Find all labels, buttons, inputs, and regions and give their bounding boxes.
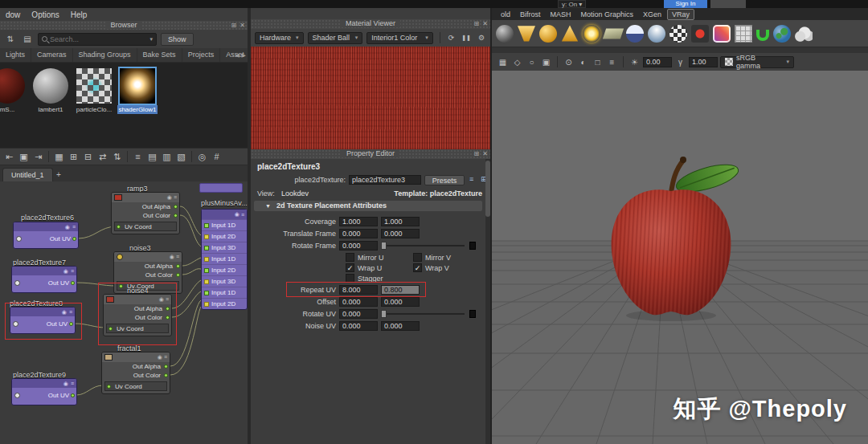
snap-curve-icon[interactable]: ◇ bbox=[511, 56, 523, 68]
close-panel-icon[interactable]: ✕ bbox=[482, 149, 488, 158]
pin-selection-icon[interactable]: ≡ bbox=[131, 150, 145, 164]
shaded-sphere-icon[interactable] bbox=[496, 25, 514, 43]
input-output-connections-icon[interactable]: ⇅ bbox=[110, 150, 124, 164]
node-output-port[interactable] bbox=[174, 214, 178, 218]
noise-v-field[interactable] bbox=[381, 321, 420, 331]
section-2d-texture-placement[interactable]: ▼ 2d Texture Placement Attributes bbox=[254, 201, 482, 211]
menu-motion-graphics[interactable]: Motion Graphics bbox=[577, 10, 638, 19]
viewport-3d[interactable]: 知乎 @Thepoly bbox=[492, 71, 868, 444]
node-fractal1[interactable]: ◉ ≡ Out Alpha Out Color Uv Coord bbox=[101, 352, 170, 394]
node-ramp3[interactable]: ◉ ≡ Out Alpha Out Color Uv Coord bbox=[111, 192, 180, 234]
exposure-icon[interactable]: ☀ bbox=[628, 56, 641, 68]
mirror-v-checkbox[interactable] bbox=[413, 253, 422, 262]
menu-help[interactable]: Help bbox=[65, 10, 93, 19]
funnel-icon[interactable] bbox=[518, 25, 535, 43]
menu-bifrost[interactable]: Bifrost bbox=[516, 10, 545, 19]
offset-u-field[interactable] bbox=[339, 297, 378, 307]
node-place2dtexture9[interactable]: ◉≡ Out UV bbox=[11, 378, 77, 405]
rearrange-graph-icon[interactable]: ⇤ bbox=[2, 150, 16, 164]
node-output-port[interactable] bbox=[71, 281, 75, 285]
photo-icon[interactable] bbox=[713, 25, 731, 43]
texture-preview[interactable] bbox=[251, 47, 490, 149]
search-filter-dropdown-icon[interactable]: ▾ bbox=[146, 36, 156, 43]
mirror-u-checkbox[interactable] bbox=[346, 253, 354, 262]
menu-xgen[interactable]: XGen bbox=[639, 10, 665, 19]
cloud-icon[interactable] bbox=[795, 25, 813, 43]
magnet-icon[interactable] bbox=[756, 30, 769, 41]
menu-mash[interactable]: MASH bbox=[547, 10, 575, 19]
scroll-tabs-right-icon[interactable]: ▶ bbox=[242, 52, 246, 59]
node-graph-canvas[interactable]: place2dTexture6 ◉≡ Out UV ramp3 ◉ ≡ Out … bbox=[0, 181, 248, 444]
node-input-port[interactable] bbox=[204, 223, 209, 228]
frame-graph-icon[interactable]: ⇥ bbox=[31, 150, 45, 164]
tab-bake-sets[interactable]: Bake Sets bbox=[137, 48, 182, 62]
rotate-frame-field[interactable] bbox=[339, 241, 378, 251]
add-graph-tab-button[interactable]: + bbox=[53, 169, 64, 181]
disc-icon[interactable] bbox=[626, 25, 644, 43]
node-input-port[interactable] bbox=[14, 393, 20, 398]
sun-icon[interactable] bbox=[583, 25, 600, 43]
attributes-menu-icon[interactable]: ≡ bbox=[469, 175, 473, 183]
close-panel-icon[interactable]: ✕ bbox=[482, 19, 488, 28]
align-left-icon[interactable]: ▤ bbox=[145, 150, 159, 164]
geometry-dropdown[interactable]: Shader Ball▾ bbox=[308, 32, 363, 44]
material-swatch[interactable]: lambert1 bbox=[31, 68, 71, 114]
refresh-icon[interactable]: ⟳ bbox=[447, 34, 457, 42]
exposure-field[interactable] bbox=[643, 57, 672, 67]
distribute-icon[interactable]: ▧ bbox=[174, 150, 188, 164]
slider-ramp-box[interactable] bbox=[469, 310, 476, 318]
window-tab[interactable] bbox=[710, 0, 746, 8]
rotate-uv-slider[interactable] bbox=[381, 310, 465, 318]
snap-plane-icon[interactable]: ▣ bbox=[540, 56, 552, 68]
snap-grid-icon[interactable]: ▦ bbox=[497, 56, 509, 68]
translate-frame-v-field[interactable] bbox=[381, 229, 420, 238]
search-box[interactable]: ▾ bbox=[38, 33, 157, 46]
node-input-port[interactable] bbox=[204, 268, 209, 273]
menu-options[interactable]: Options bbox=[26, 10, 64, 19]
node-input-port[interactable] bbox=[204, 302, 209, 307]
environment-dropdown[interactable]: Interior1 Color▾ bbox=[366, 32, 433, 44]
translate-frame-u-field[interactable] bbox=[339, 229, 378, 238]
node-state-icon[interactable]: ◉ bbox=[65, 224, 70, 230]
plane-icon[interactable] bbox=[603, 28, 624, 39]
node-menu-icon[interactable]: ≡ bbox=[72, 224, 76, 230]
float-panel-icon[interactable]: ⊞ bbox=[231, 21, 237, 30]
material-viewer-titlebar[interactable]: Material Viewer ⊞ ✕ bbox=[251, 19, 490, 29]
node-input-port[interactable] bbox=[204, 291, 209, 295]
cone-icon[interactable] bbox=[561, 25, 579, 43]
sign-in-button[interactable]: Sign In bbox=[664, 0, 707, 8]
node-input-port[interactable] bbox=[204, 234, 209, 239]
material-swatch-well[interactable]: mS... lambert1 particleClo... shaderGlow… bbox=[0, 63, 248, 148]
material-swatch[interactable]: particleClo... bbox=[74, 68, 114, 114]
gamma-field[interactable] bbox=[689, 57, 718, 67]
show-button[interactable]: Show bbox=[161, 33, 194, 46]
renderer-dropdown[interactable]: Hardware▾ bbox=[255, 32, 304, 44]
tab-shading-groups[interactable]: Shading Groups bbox=[73, 48, 137, 62]
property-editor-titlebar[interactable]: Property Editor ⊞ ✕ bbox=[251, 149, 490, 159]
node-output-port[interactable] bbox=[72, 237, 76, 241]
node-input-port[interactable] bbox=[204, 246, 209, 251]
sort-icon[interactable]: ⇅ bbox=[4, 33, 17, 46]
snap-point-icon[interactable]: ○ bbox=[526, 56, 538, 68]
node-input-port[interactable] bbox=[14, 280, 20, 286]
remove-selected-icon[interactable]: ⊟ bbox=[81, 150, 95, 164]
node-input-port[interactable] bbox=[204, 257, 209, 262]
wrap-v-checkbox[interactable]: ✓ bbox=[413, 263, 422, 272]
view-transform-dropdown[interactable]: sRGB gamma ▾ bbox=[720, 56, 794, 68]
offset-v-field[interactable] bbox=[381, 297, 420, 307]
wrap-u-checkbox[interactable]: ✓ bbox=[346, 263, 354, 272]
node-output-port[interactable] bbox=[176, 273, 180, 277]
toggle-snap-icon[interactable]: # bbox=[210, 150, 223, 164]
node-name-field[interactable] bbox=[349, 175, 421, 185]
slider-ramp-box[interactable] bbox=[469, 242, 476, 250]
node-input-port[interactable] bbox=[107, 385, 111, 389]
scroll-tabs-left-icon[interactable]: ◀ bbox=[235, 52, 239, 59]
spreadsheet-icon[interactable] bbox=[735, 25, 752, 43]
gamma-icon[interactable]: γ bbox=[674, 56, 686, 68]
collapse-arrow-icon[interactable]: ▼ bbox=[265, 201, 271, 211]
view-value[interactable]: Lookdev bbox=[281, 189, 309, 198]
node-plusminusaverage[interactable]: ◉ ≡ Input 1D Input 2D Input 3D Input 1D … bbox=[201, 209, 248, 310]
slider-handle[interactable] bbox=[381, 242, 387, 250]
close-panel-icon[interactable]: ✕ bbox=[240, 21, 245, 30]
coverage-u-field[interactable] bbox=[339, 217, 378, 226]
